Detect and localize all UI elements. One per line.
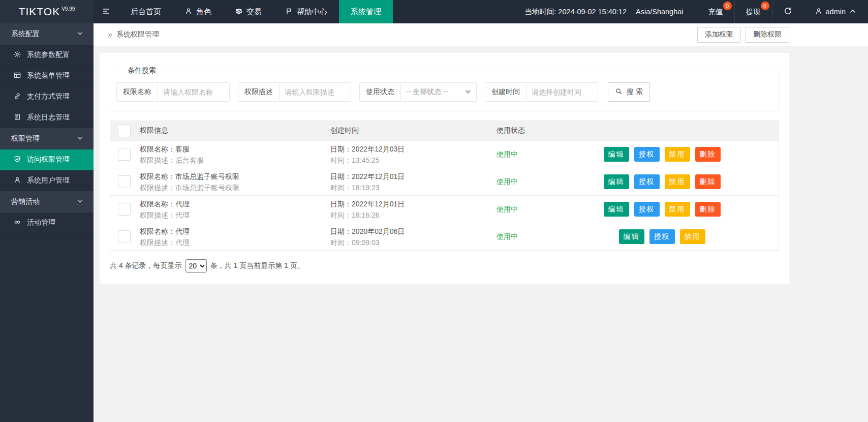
search-icon (615, 87, 623, 97)
status-select[interactable]: -- 全部状态 -- (401, 83, 476, 101)
sidebar-item-access-permissions[interactable]: 访问权限管理 (0, 149, 94, 170)
sidebar: 系统配置 系统参数配置 系统菜单管理 支付方式管理 系统日志管理 权限管理 访问… (0, 23, 94, 422)
sidebar-group-system-config[interactable]: 系统配置 (0, 23, 94, 45)
sidebar-item-label: 系统参数配置 (27, 50, 70, 59)
permission-desc-input[interactable] (280, 83, 351, 101)
refresh-icon (784, 7, 792, 17)
permission-desc: 权限描述：代理 (140, 238, 330, 247)
authorize-button[interactable]: 授权 (649, 229, 675, 244)
edit-button[interactable]: 编辑 (604, 174, 629, 189)
delete-button[interactable]: 删除 (695, 174, 721, 189)
nav-item-roles[interactable]: 角色 (173, 0, 223, 23)
pagination-suffix: 条，共 1 页当前显示第 1 页。 (210, 261, 304, 270)
permission-name: 权限名称：代理 (140, 227, 330, 236)
status-badge: 使用中 (497, 150, 545, 159)
status-group: 使用状态 -- 全部状态 -- (359, 82, 477, 102)
sidebar-item-system-params[interactable]: 系统参数配置 (0, 45, 94, 66)
sidebar-group-permission-management[interactable]: 权限管理 (0, 128, 94, 149)
search-button-label: 搜 索 (627, 87, 643, 97)
sidebar-item-label: 系统日志管理 (27, 113, 70, 122)
created-time-input[interactable] (526, 83, 598, 101)
hamburger-icon (102, 7, 110, 17)
row-checkbox[interactable] (118, 148, 131, 161)
permission-name-input[interactable] (158, 83, 229, 101)
sidebar-item-system-logs[interactable]: 系统日志管理 (0, 107, 94, 128)
recharge-button[interactable]: 充值 0 (697, 0, 734, 23)
pagination: 共 4 条记录，每页显示 20 条，共 1 页当前显示第 1 页。 (110, 259, 779, 273)
disable-button[interactable]: 禁用 (680, 229, 705, 244)
page-header: » 系统权限管理 添加权限 删除权限 (94, 23, 868, 46)
nav-item-trade[interactable]: 交易 (223, 0, 273, 23)
breadcrumb: » 系统权限管理 (108, 30, 159, 39)
chevron-down-icon (77, 30, 83, 38)
edit-button[interactable]: 编辑 (619, 229, 644, 244)
authorize-button[interactable]: 授权 (634, 147, 660, 162)
chevron-down-icon (77, 135, 83, 143)
status-badge: 使用中 (497, 232, 545, 242)
authorize-button[interactable]: 授权 (634, 202, 660, 217)
breadcrumb-arrow-icon: » (108, 30, 112, 39)
search-button[interactable]: 搜 索 (608, 82, 650, 102)
add-permission-button[interactable]: 添加权限 (697, 27, 741, 43)
select-all-checkbox[interactable] (118, 125, 131, 137)
nav-item-dashboard[interactable]: 后台首页 (119, 0, 173, 23)
nav-item-help-center[interactable]: 帮助中心 (273, 0, 339, 23)
table-row: 权限名称：客服 权限描述：后台客服 日期：2022年12月03日 时间：13:4… (110, 140, 779, 168)
sidebar-item-system-menu[interactable]: 系统菜单管理 (0, 66, 94, 86)
table-row: 权限名称：代理 权限描述：代理 日期：2022年12月01日 时间：18:16:… (110, 195, 779, 223)
recharge-badge: 0 (723, 2, 732, 10)
group-label: 系统配置 (11, 29, 40, 39)
permission-name: 权限名称：代理 (140, 199, 330, 208)
topbar: TIKTOK V9.99 后台首页 角色 交易 (0, 0, 868, 23)
sidebar-toggle-button[interactable] (94, 0, 119, 23)
row-checkbox[interactable] (118, 203, 131, 216)
delete-button[interactable]: 删除 (695, 202, 721, 217)
clock: 当地时间: 2024-09-02 15:40:12 Asia/Shanghai (511, 0, 696, 23)
refresh-button[interactable] (772, 0, 803, 23)
chevron-down-icon (77, 198, 83, 206)
created-time-group: 创建时间 (485, 82, 598, 102)
authorize-button[interactable]: 授权 (634, 174, 660, 189)
nav-label: 帮助中心 (297, 7, 327, 17)
user-menu[interactable]: admin (803, 0, 868, 23)
nav-label: 角色 (196, 7, 211, 17)
page-size-select[interactable]: 20 (185, 259, 207, 273)
created-date: 日期：2022年12月03日 (330, 144, 497, 154)
disable-button[interactable]: 禁用 (665, 202, 690, 217)
edit-button[interactable]: 编辑 (604, 202, 629, 217)
created-time-cell: 日期：2022年12月01日 时间：18:16:26 (330, 199, 497, 220)
link-icon (13, 92, 21, 102)
delete-button[interactable]: 删除 (695, 147, 721, 162)
sidebar-item-activity-management[interactable]: 活动管理 (0, 213, 94, 233)
delete-permission-button[interactable]: 删除权限 (746, 27, 789, 43)
permission-info-cell: 权限名称：客服 权限描述：后台客服 (140, 144, 330, 165)
search-panel-title: 条件搜索 (122, 66, 161, 75)
withdraw-button[interactable]: 提现 0 (734, 0, 772, 23)
sidebar-item-label: 支付方式管理 (27, 92, 70, 101)
sidebar-item-system-users[interactable]: 系统用户管理 (0, 170, 94, 191)
sidebar-group-marketing[interactable]: 营销活动 (0, 191, 94, 213)
edit-button[interactable]: 编辑 (604, 147, 629, 162)
timezone: Asia/Shanghai (636, 8, 684, 16)
created-time: 时间：18:16:26 (330, 210, 497, 220)
created-date: 日期：2022年12月01日 (330, 172, 497, 181)
pagination-prefix: 共 4 条记录，每页显示 (110, 261, 182, 270)
app-logo[interactable]: TIKTOK V9.99 (0, 0, 94, 23)
header-created-time: 创建时间 (330, 126, 497, 135)
sidebar-item-label: 系统菜单管理 (27, 71, 70, 80)
row-checkbox[interactable] (118, 230, 131, 243)
created-time-cell: 日期：2022年12月03日 时间：13:45:25 (330, 144, 497, 165)
app-window: TIKTOK V9.99 后台首页 角色 交易 (0, 0, 868, 422)
person-icon (184, 7, 193, 17)
row-checkbox[interactable] (118, 175, 131, 188)
created-time: 时间：13:45:25 (330, 156, 497, 165)
sidebar-item-payment-methods[interactable]: 支付方式管理 (0, 86, 94, 107)
table-header-row: 权限信息 创建时间 使用状态 (110, 121, 779, 140)
status-label: 使用状态 (360, 83, 401, 101)
nav-item-system-management[interactable]: 系统管理 (339, 0, 393, 23)
brand-name: TIKTOK (19, 6, 60, 18)
disable-button[interactable]: 禁用 (665, 174, 690, 189)
disable-button[interactable]: 禁用 (665, 147, 690, 162)
username: admin (826, 8, 846, 16)
brand-version: V9.99 (61, 6, 75, 12)
